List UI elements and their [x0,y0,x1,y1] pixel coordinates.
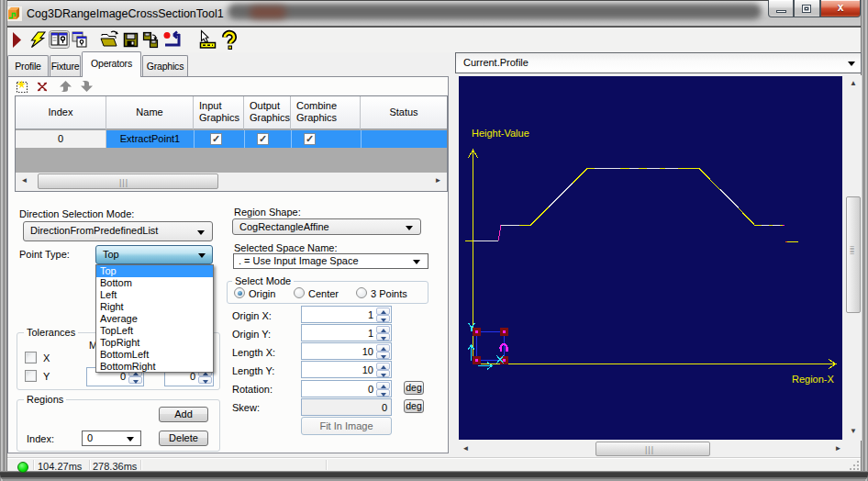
svg-text:Region-X: Region-X [792,374,835,385]
svg-text:Height-Value: Height-Value [472,128,529,139]
